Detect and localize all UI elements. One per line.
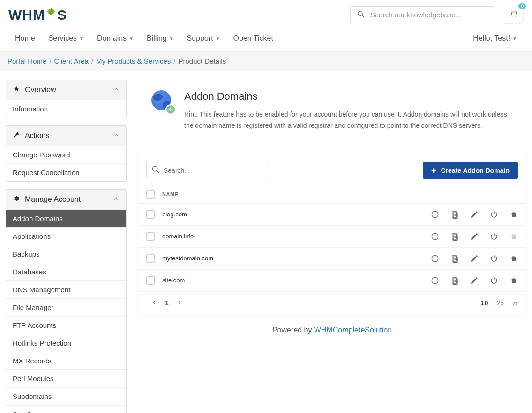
logs-icon[interactable] bbox=[450, 232, 459, 241]
sidebar-item-ftp-accounts[interactable]: FTP Accounts bbox=[6, 316, 126, 334]
page-next[interactable] bbox=[172, 298, 187, 308]
page-size[interactable]: 10 bbox=[481, 299, 488, 307]
select-all-checkbox[interactable] bbox=[146, 190, 155, 199]
power-icon[interactable] bbox=[490, 210, 498, 219]
power-icon[interactable] bbox=[490, 254, 498, 263]
svg-point-4 bbox=[515, 16, 516, 17]
page-size[interactable]: ∞ bbox=[512, 299, 517, 307]
page-hint: Hint: This feature has to be enabled for… bbox=[184, 109, 513, 132]
nav-billing[interactable]: Billing▼ bbox=[140, 30, 180, 46]
nav-services[interactable]: Services▼ bbox=[42, 30, 90, 46]
create-addon-domain-button[interactable]: + Create Addon Domain bbox=[423, 162, 518, 179]
info-icon[interactable] bbox=[431, 210, 439, 219]
row-domain-name: site.com bbox=[162, 277, 431, 284]
svg-point-24 bbox=[435, 257, 435, 258]
sidebar-item-site-summary[interactable]: Site Summary bbox=[6, 405, 126, 413]
user-menu[interactable]: Hello, Test! ▼ bbox=[466, 30, 524, 46]
chevron-down-icon: ▼ bbox=[216, 36, 220, 41]
logo[interactable]: WHM S bbox=[8, 7, 67, 23]
svg-line-2 bbox=[362, 15, 364, 17]
sidebar-item-applications[interactable]: Applications bbox=[6, 227, 126, 245]
chevron-up-icon bbox=[113, 86, 120, 94]
trash-icon[interactable] bbox=[510, 254, 518, 263]
table-row: site.com bbox=[138, 270, 526, 292]
page-number[interactable]: 1 bbox=[161, 298, 172, 308]
sidebar-item-request-cancellation[interactable]: Request Cancellation bbox=[6, 163, 126, 181]
edit-icon[interactable] bbox=[470, 254, 479, 263]
info-icon[interactable] bbox=[431, 232, 439, 241]
edit-icon[interactable] bbox=[470, 210, 479, 219]
cart-button[interactable]: 0 bbox=[503, 6, 524, 24]
edit-icon[interactable] bbox=[470, 276, 479, 285]
nav-home[interactable]: Home bbox=[8, 30, 42, 46]
sidebar-actions-toggle[interactable]: Actions bbox=[6, 126, 126, 146]
logs-icon[interactable] bbox=[450, 254, 459, 263]
nav-domains[interactable]: Domains▼ bbox=[90, 30, 140, 46]
power-icon[interactable] bbox=[490, 232, 498, 241]
sidebar-item-file-manager[interactable]: File Manager bbox=[6, 298, 126, 316]
row-checkbox[interactable] bbox=[146, 210, 155, 219]
plus-badge-icon: + bbox=[165, 104, 176, 115]
search-icon bbox=[151, 165, 160, 175]
chevron-down-icon: ▼ bbox=[79, 36, 84, 41]
plus-icon: + bbox=[431, 167, 436, 174]
trash-icon[interactable] bbox=[510, 276, 518, 285]
row-domain-name: mytestdomain.com bbox=[162, 255, 431, 262]
logs-icon[interactable] bbox=[450, 210, 459, 219]
sidebar-overview-toggle[interactable]: Overview bbox=[6, 80, 126, 100]
info-icon[interactable] bbox=[431, 276, 439, 285]
sidebar-item-perl-modules[interactable]: Perl Modules bbox=[6, 369, 126, 387]
row-checkbox[interactable] bbox=[146, 232, 155, 241]
sidebar-actions-panel: Actions Change PasswordRequest Cancellat… bbox=[6, 125, 127, 182]
chevron-down-icon: ▼ bbox=[129, 36, 134, 41]
sidebar-item-hotlinks-protection[interactable]: Hotlinks Protection bbox=[6, 334, 126, 352]
main-nav: HomeServices▼Domains▼Billing▼Support▼Ope… bbox=[0, 27, 532, 52]
sidebar-item-backups[interactable]: Backups bbox=[6, 245, 126, 263]
svg-point-10 bbox=[435, 213, 435, 214]
trash-icon[interactable] bbox=[510, 210, 518, 219]
row-domain-name: domain.info bbox=[162, 233, 431, 240]
sidebar-manage-toggle[interactable]: Manage Account bbox=[6, 190, 126, 209]
sidebar-item-addon-domains[interactable]: Addon Domains bbox=[6, 209, 126, 227]
wrench-icon bbox=[13, 131, 20, 140]
svg-point-31 bbox=[435, 279, 435, 280]
footer: Powered by WHMCompleteSolution bbox=[138, 315, 526, 339]
nav-open-ticket[interactable]: Open Ticket bbox=[227, 30, 280, 46]
chevron-down-icon: ▼ bbox=[512, 36, 517, 41]
footer-link[interactable]: WHMCompleteSolution bbox=[314, 326, 392, 334]
row-checkbox[interactable] bbox=[146, 254, 155, 263]
column-name[interactable]: NAME ↑ bbox=[162, 192, 185, 197]
kb-search[interactable] bbox=[350, 6, 495, 23]
sidebar-overview-panel: Overview Information bbox=[6, 80, 127, 118]
breadcrumb-link[interactable]: Client Area bbox=[54, 57, 89, 65]
sidebar-item-change-password[interactable]: Change Password bbox=[6, 146, 126, 163]
sidebar-item-mx-records[interactable]: MX Records bbox=[6, 352, 126, 369]
breadcrumb-link[interactable]: My Products & Services bbox=[96, 57, 171, 65]
kb-search-input[interactable] bbox=[370, 11, 488, 19]
logs-icon[interactable] bbox=[450, 276, 459, 285]
svg-point-3 bbox=[512, 16, 513, 17]
power-icon[interactable] bbox=[490, 276, 498, 285]
page-prev[interactable] bbox=[147, 298, 161, 308]
table-search-input[interactable] bbox=[164, 167, 263, 174]
chevron-down-icon: ▼ bbox=[169, 36, 174, 41]
edit-icon[interactable] bbox=[470, 232, 479, 241]
row-domain-name: blog.com bbox=[162, 211, 431, 218]
sidebar-item-databases[interactable]: Databases bbox=[6, 263, 126, 280]
nav-support[interactable]: Support▼ bbox=[180, 30, 227, 46]
logo-text-pre: WHM bbox=[8, 7, 45, 23]
sort-asc-icon: ↑ bbox=[182, 192, 185, 197]
trash-icon[interactable] bbox=[510, 232, 518, 241]
pagination: 1 1025∞ bbox=[138, 292, 526, 315]
row-checkbox[interactable] bbox=[146, 276, 155, 285]
breadcrumb-link[interactable]: Portal Home bbox=[7, 57, 46, 65]
info-icon[interactable] bbox=[431, 254, 439, 263]
table-search[interactable] bbox=[146, 162, 268, 178]
gear-icon bbox=[13, 195, 20, 204]
sidebar-item-subdomains[interactable]: Subdomains bbox=[6, 387, 126, 405]
sidebar-item-information[interactable]: Information bbox=[6, 100, 126, 118]
svg-point-6 bbox=[152, 166, 157, 171]
sidebar-item-dns-management[interactable]: DNS Management bbox=[6, 280, 126, 298]
chevron-up-icon bbox=[113, 132, 120, 140]
page-size[interactable]: 25 bbox=[496, 299, 504, 307]
